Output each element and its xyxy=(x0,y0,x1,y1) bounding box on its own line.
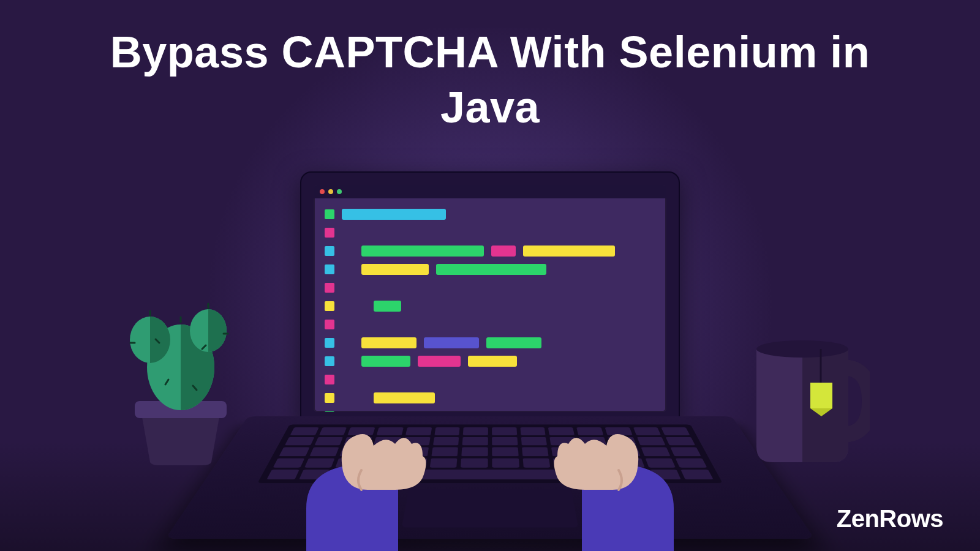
code-line xyxy=(325,207,655,222)
code-token xyxy=(374,301,401,312)
laptop-lid xyxy=(300,171,680,425)
code-line xyxy=(325,317,655,332)
laptop-base xyxy=(165,416,815,539)
code-line xyxy=(325,280,655,295)
svg-point-16 xyxy=(756,340,848,358)
code-token xyxy=(486,337,541,348)
code-line xyxy=(325,372,655,387)
gutter-marker xyxy=(325,356,334,366)
gutter-marker xyxy=(325,375,334,384)
code-token xyxy=(491,246,516,257)
code-token xyxy=(418,356,461,367)
gutter-marker xyxy=(325,338,334,348)
code-line xyxy=(325,335,655,350)
title-line-2: Java xyxy=(440,83,540,132)
code-token xyxy=(342,209,446,220)
gutter-marker xyxy=(325,320,334,329)
page-title: Bypass CAPTCHA With Selenium in Java xyxy=(0,24,980,135)
code-line xyxy=(325,225,655,240)
traffic-light-zoom-icon xyxy=(337,189,342,194)
traffic-light-close-icon xyxy=(320,189,325,194)
code-token xyxy=(361,246,484,257)
gutter-marker xyxy=(325,264,334,274)
code-token xyxy=(424,337,479,348)
code-line xyxy=(325,354,655,369)
code-line xyxy=(325,262,655,277)
gutter-marker xyxy=(325,301,334,311)
mug-icon xyxy=(747,331,870,465)
gutter-marker xyxy=(325,246,334,256)
svg-rect-18 xyxy=(810,383,832,408)
code-token xyxy=(361,264,429,275)
code-line xyxy=(325,299,655,313)
gutter-marker xyxy=(325,283,334,293)
title-line-1: Bypass CAPTCHA With Selenium in xyxy=(110,28,870,77)
laptop xyxy=(300,171,680,425)
code-token xyxy=(436,264,546,275)
code-editor xyxy=(314,198,666,412)
code-token xyxy=(361,356,410,367)
cactus-icon xyxy=(123,282,239,465)
laptop-screen xyxy=(314,185,666,412)
traffic-light-minimize-icon xyxy=(328,189,333,194)
window-titlebar xyxy=(314,185,666,198)
right-hand-icon xyxy=(539,398,710,551)
gutter-marker xyxy=(325,228,334,238)
left-hand-icon xyxy=(270,398,441,551)
code-line xyxy=(325,244,655,258)
code-token xyxy=(361,337,417,348)
code-token xyxy=(468,356,517,367)
gutter-marker xyxy=(325,209,334,219)
brand-label: ZenRows xyxy=(837,505,943,533)
code-token xyxy=(523,246,615,257)
